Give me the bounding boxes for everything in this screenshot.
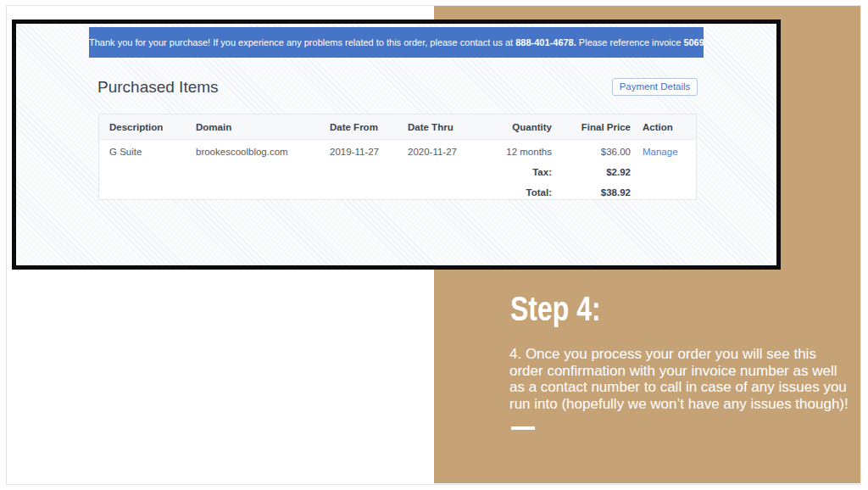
row-description: G Suite — [109, 146, 142, 158]
table-header-row: Description Domain Date From Date Thru Q… — [99, 114, 696, 140]
row-domain: brookescoolblog.com — [196, 146, 288, 158]
total-value: $38.92 — [546, 187, 631, 198]
header-action: Action — [643, 121, 673, 133]
row-final-price: $36.00 — [546, 146, 631, 158]
header-domain: Domain — [196, 121, 231, 133]
manage-link[interactable]: Manage — [643, 146, 678, 158]
order-confirmation-screenshot: Thank you for your purchase! If you expe… — [12, 19, 781, 270]
header-quantity: Quantity — [467, 121, 552, 133]
header-final-price: Final Price — [546, 121, 631, 133]
banner-text: Thank you for your purchase! If you expe… — [89, 37, 515, 47]
step-description: 4. Once you process your order you will … — [509, 346, 861, 412]
purchased-items-table: Description Domain Date From Date Thru Q… — [98, 114, 697, 200]
header-date-from: Date From — [330, 121, 378, 133]
row-date-from: 2019-11-27 — [330, 146, 379, 158]
banner-phone-number: 888-401-4678. — [515, 37, 576, 47]
row-date-thru: 2020-11-27 — [408, 146, 457, 158]
row-quantity: 12 months — [467, 146, 552, 158]
header-description: Description — [109, 121, 163, 133]
payment-details-button[interactable]: Payment Details — [612, 78, 698, 96]
thank-you-banner: Thank you for your purchase! If you expe… — [89, 27, 704, 58]
page-title: Purchased Items — [97, 78, 219, 97]
total-label: Total: — [467, 187, 552, 198]
step-heading: Step 4: — [510, 289, 601, 329]
tax-label: Tax: — [467, 166, 552, 178]
banner-invoice-number: 50691852 — [683, 37, 704, 47]
divider-dash — [511, 426, 535, 430]
header-date-thru: Date Thru — [408, 121, 453, 133]
tax-value: $2.92 — [546, 166, 631, 178]
